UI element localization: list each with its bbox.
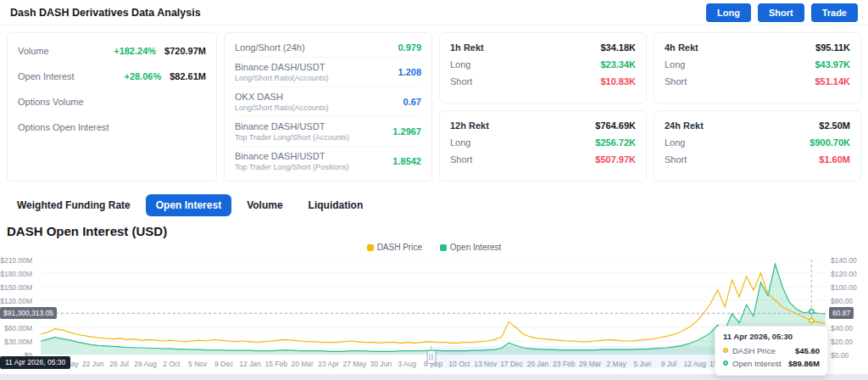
rekt-long-value: $23.34K <box>600 59 636 70</box>
stat-value: $82.61M <box>170 71 206 81</box>
rekt-long-value: $256.72K <box>595 137 636 148</box>
rekt-total: $764.69K <box>595 120 636 131</box>
plot-area[interactable] <box>41 260 826 355</box>
rekt-short-label: Short <box>665 76 687 87</box>
ratio-label: Binance DASH/USDT <box>235 151 325 161</box>
ratio-value: 1.208 <box>398 67 421 77</box>
stat-change: +182.24% <box>114 46 156 56</box>
tab-open-interest[interactable]: Open Interest <box>146 194 231 216</box>
rekt-long-value: $900.70K <box>810 137 850 148</box>
rekt-card-24h: 24h Rekt$2.50M Long$900.70K Short$1.60M <box>654 110 861 182</box>
price-marker <box>810 318 814 322</box>
trade-button[interactable]: Trade <box>811 3 858 22</box>
rekt-short-value: $51.14K <box>815 76 850 87</box>
stat-row-open-interest: Open Interest +28.06%$82.61M <box>18 64 206 89</box>
legend-dash-price[interactable]: DASH Price <box>367 243 422 252</box>
ratio-label: OKX DASH <box>235 92 283 102</box>
page-title: Dash DASH Derivatives Data Analysis <box>10 7 201 19</box>
rekt-total: $34.18K <box>600 42 636 53</box>
chart-tooltip: 11 Apr 2026, 05:30 DASH Price $45.60 Ope… <box>715 326 828 376</box>
ratio-sublabel: Top Trader Long/Short (Positions) <box>235 163 349 171</box>
right-axis-tick: $120.00 <box>831 270 857 278</box>
rekt-total: $95.11K <box>815 42 850 53</box>
right-axis-tick: $80.00 <box>831 297 853 305</box>
rekt-long-label: Long <box>665 137 685 148</box>
ratio-row: OKX DASHLong/Short Ratio(Accounts) 0.67 <box>235 87 421 117</box>
rekt-short-value: $1.60M <box>819 154 850 165</box>
date-crosshair-badge: 11 Apr 2026, 05:30 <box>0 356 70 369</box>
long-button[interactable]: Long <box>706 3 751 22</box>
overview-panel: Volume +182.24%$720.97M Open Interest +2… <box>7 32 217 182</box>
chart-range-navigator[interactable] <box>51 346 826 368</box>
ratio-row: Binance DASH/USDTTop Trader Long/Short (… <box>235 147 421 176</box>
left-axis-tick: $120.00M <box>0 297 32 305</box>
oi-marker <box>810 309 814 313</box>
open-interest-swatch <box>440 244 447 251</box>
rekt-card-4h: 4h Rekt$95.11K Long$43.97K Short$51.14K <box>654 32 861 103</box>
rekt-title: 12h Rekt <box>450 120 489 131</box>
ratio-row: Binance DASH/USDTTop Trader Long/Short (… <box>235 117 421 147</box>
rekt-title: 1h Rekt <box>450 42 484 53</box>
right-axis-badge: 60.87 <box>829 307 854 319</box>
stat-label: Volume <box>18 46 49 56</box>
rekt-short-value: $507.97K <box>595 154 636 165</box>
tooltip-date: 11 Apr 2026, 05:30 <box>723 332 820 341</box>
rekt-card-12h: 12h Rekt$764.69K Long$256.72K Short$507.… <box>439 110 647 182</box>
ratio-value: 0.67 <box>403 97 421 107</box>
right-axis-tick: $20.00 <box>831 338 853 346</box>
stat-change: +28.06% <box>124 71 161 81</box>
ratio-sublabel: Long/Short Ratio(Accounts) <box>235 74 329 82</box>
stat-row-options-open-interest: Options Open Interest <box>18 115 206 140</box>
nav-left-handle-icon[interactable] <box>426 350 436 364</box>
stat-row-volume: Volume +182.24%$720.97M <box>18 38 206 64</box>
tab-liquidation[interactable]: Liquidation <box>298 194 374 216</box>
rekt-column-1: 1h Rekt$34.18K Long$23.34K Short$10.83K … <box>439 32 647 182</box>
rekt-long-label: Long <box>450 137 470 148</box>
rekt-long-label: Long <box>450 59 470 70</box>
left-axis-tick: $60.00M <box>4 324 32 332</box>
stat-row-options-volume: Options Volume <box>18 89 206 115</box>
stat-label: Options Open Interest <box>18 122 109 132</box>
open-interest-dot-icon <box>723 360 728 366</box>
ratio-value: 1.8542 <box>392 156 421 166</box>
rekt-column-2: 4h Rekt$95.11K Long$43.97K Short$51.14K … <box>654 32 861 182</box>
rekt-short-label: Short <box>450 154 472 165</box>
tooltip-row-price: DASH Price $45.60 <box>723 344 820 357</box>
right-axis-tick: $140.00 <box>831 256 857 265</box>
ratio-value: 0.979 <box>398 42 421 53</box>
rekt-card-1h: 1h Rekt$34.18K Long$23.34K Short$10.83K <box>439 32 647 103</box>
top-actions: Long Short Trade <box>706 3 858 22</box>
rekt-title: 24h Rekt <box>665 120 704 131</box>
ratio-row: Binance DASH/USDTLong/Short Ratio(Accoun… <box>235 58 421 87</box>
tooltip-row-open-interest: Open Interest $89.86M <box>723 357 820 370</box>
rekt-short-label: Short <box>450 76 472 87</box>
ratio-sublabel: Top Trader Long/Short (Accounts) <box>235 133 349 142</box>
left-axis-badge: $91,300,313.05 <box>0 307 57 319</box>
dash-price-swatch <box>367 244 374 251</box>
tab-volume[interactable]: Volume <box>236 194 292 216</box>
stat-label: Open Interest <box>18 71 75 81</box>
ratio-value: 1.2967 <box>392 126 421 137</box>
left-axis-tick: $30.00M <box>4 338 32 346</box>
price-line <box>41 273 826 343</box>
left-axis-tick: $180.00M <box>0 270 32 278</box>
rekt-long-label: Long <box>665 59 685 70</box>
stat-value: $720.97M <box>164 46 206 56</box>
tab-weighted-funding-rate[interactable]: Weighted Funding Rate <box>7 194 141 216</box>
ratio-label: Long/Short (24h) <box>235 42 305 53</box>
left-axis-tick: $150.00M <box>0 283 32 292</box>
top-bar: Dash DASH Derivatives Data Analysis Long… <box>0 0 868 25</box>
rekt-long-value: $43.97K <box>815 59 850 70</box>
rekt-total: $2.50M <box>819 120 850 131</box>
right-axis-tick: $0.00 <box>831 351 849 360</box>
short-button[interactable]: Short <box>758 3 804 22</box>
stat-label: Options Volume <box>18 97 84 107</box>
legend-open-interest[interactable]: Open Interest <box>440 243 502 252</box>
stats-section: Volume +182.24%$720.97M Open Interest +2… <box>0 25 868 188</box>
left-axis-tick: $210.00M <box>0 256 32 265</box>
right-axis-tick: $40.00 <box>831 324 853 332</box>
ratio-sublabel: Long/Short Ratio(Accounts) <box>235 103 329 112</box>
dash-price-dot-icon <box>723 348 728 353</box>
chart-legend: DASH Price Open Interest <box>0 240 868 253</box>
ratio-label: Binance DASH/USDT <box>235 62 325 72</box>
